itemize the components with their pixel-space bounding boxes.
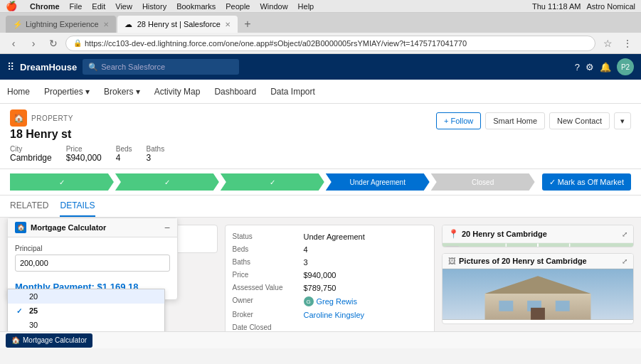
right-panel: 📍 20 Henry st Cambridge ⤢	[442, 225, 634, 324]
tab-title-salesforce: 28 Henry st | Salesforce	[137, 20, 221, 28]
map-svg: Cambridge	[443, 243, 633, 247]
more-actions-button[interactable]: ▾	[614, 112, 631, 129]
menu-bookmarks[interactable]: Bookmarks	[176, 2, 216, 11]
user-name: Astro Nomical	[587, 2, 635, 11]
record-area: 🏠 PROPERTY 18 Henry st City Cambridge Pr…	[0, 104, 641, 331]
follow-button[interactable]: + Follow	[436, 112, 481, 129]
detail-section-right: Status Under Agreement Beds 4 Baths 3 Pr…	[225, 225, 435, 331]
map-controls[interactable]: + −	[445, 246, 460, 247]
detail-tabs: RELATED DETAILS	[0, 196, 641, 218]
progress-bar: ✓ ✓ ✓ Under Agreement Closed ✓ Mark as O…	[0, 169, 641, 196]
menu-history[interactable]: History	[142, 2, 166, 11]
map-pin-icon: 📍	[448, 229, 459, 239]
detail-body: Title Stunning Colonial Status Under Agr…	[0, 218, 641, 331]
nav-data-import[interactable]: Data Import	[270, 80, 315, 103]
dropdown-item-20[interactable]: 20	[8, 289, 164, 304]
map-card-header: 📍 20 Henry st Cambridge ⤢	[443, 225, 633, 243]
menu-view[interactable]: View	[115, 2, 132, 11]
menu-chrome[interactable]: Chrome	[30, 2, 60, 11]
salesforce-app: ⠿ DreamHouse 🔍 Search Salesforce ? ⚙ 🔔 P…	[0, 54, 641, 348]
browser-menu[interactable]: ⋮	[620, 36, 635, 51]
map-expand-button[interactable]: ⤢	[622, 230, 627, 238]
reload-button[interactable]: ↻	[46, 36, 61, 51]
tab-close-lightning[interactable]: ✕	[103, 21, 109, 28]
menu-people[interactable]: People	[226, 2, 250, 11]
tab-related[interactable]: RELATED	[10, 196, 48, 217]
record-header-left: 🏠 PROPERTY 18 Henry st City Cambridge Pr…	[10, 109, 436, 163]
step-2[interactable]: ✓	[115, 173, 219, 191]
field-date-closed: Date Closed	[233, 323, 428, 331]
setup-icon[interactable]: ⚙	[586, 62, 594, 73]
new-contact-button[interactable]: New Contact	[549, 112, 610, 129]
new-tab-button[interactable]: +	[239, 16, 256, 33]
mark-off-market-button[interactable]: ✓ Mark as Off Market	[542, 173, 631, 191]
address-bar[interactable]: 🔒 https://cc103-dev-ed.lightning.force.c…	[65, 36, 595, 51]
widget-header: 🏠 Mortgage Calculator −	[8, 218, 177, 237]
map-body: Cambridge + − Leaflet | Tiles © Esri	[443, 243, 633, 247]
owner-link[interactable]: Greg Rewis	[317, 297, 357, 306]
search-placeholder: Search Salesforce	[101, 63, 165, 71]
record-title: 18 Henry st	[10, 128, 436, 141]
bookmark-star[interactable]: ☆	[600, 36, 615, 51]
owner-avatar: G	[304, 296, 314, 306]
widget-minimize-button[interactable]: −	[164, 223, 170, 232]
help-icon[interactable]: ?	[575, 62, 580, 73]
sf-nav: Home Properties ▾ Brokers ▾ Activity Map…	[0, 80, 641, 104]
meta-city: City Cambridge	[10, 145, 52, 163]
zoom-in-button[interactable]: +	[446, 247, 459, 247]
broker-link[interactable]: Caroline Kingsley	[304, 311, 428, 319]
mac-time: Thu 11:18 AM Astro Nomical	[532, 2, 635, 11]
step-1[interactable]: ✓	[10, 173, 114, 191]
nav-dashboard[interactable]: Dashboard	[214, 80, 256, 103]
back-button[interactable]: ‹	[6, 36, 21, 51]
tab-favicon-salesforce: ☁	[125, 20, 133, 28]
photos-header: 🖼 Pictures of 20 Henry st Cambridge ⤢	[443, 254, 633, 269]
sf-header-icons: ? ⚙ 🔔 P2	[575, 58, 634, 75]
step-3-check: ✓	[270, 178, 275, 186]
widget-title: Mortgage Calculator	[31, 223, 160, 232]
nav-properties[interactable]: Properties ▾	[44, 80, 90, 103]
photos-card: 🖼 Pictures of 20 Henry st Cambridge ⤢	[442, 253, 634, 324]
record-actions: + Follow Smart Home New Contact ▾	[436, 112, 631, 129]
step-1-check: ✓	[59, 178, 65, 186]
nav-home[interactable]: Home	[7, 80, 30, 103]
principal-label: Principal	[15, 245, 170, 252]
bell-icon[interactable]: 🔔	[600, 62, 611, 73]
photos-image	[443, 269, 633, 320]
tab-salesforce[interactable]: ☁ 28 Henry st | Salesforce ✕	[117, 16, 238, 33]
nav-brokers[interactable]: Brokers ▾	[104, 80, 140, 103]
step-closed[interactable]: Closed	[431, 173, 535, 191]
bottom-mortgage-calculator-button[interactable]: 🏠 Mortgage Calculator	[6, 333, 92, 348]
search-icon: 🔍	[88, 63, 98, 72]
principal-input[interactable]	[15, 255, 170, 272]
years-dropdown[interactable]: 20 ✓ 25 30 35 5	[7, 289, 165, 331]
step-under-agreement-label: Under Agreement	[350, 178, 406, 186]
sf-search-bar[interactable]: 🔍 Search Salesforce	[83, 59, 239, 75]
photos-title: Pictures of 20 Henry st Cambridge	[459, 257, 619, 265]
field-price: Price $940,000	[233, 271, 428, 279]
tab-close-salesforce[interactable]: ✕	[225, 21, 231, 28]
tab-lightning[interactable]: ⚡ Lightning Experience ✕	[6, 16, 116, 33]
tab-details[interactable]: DETAILS	[60, 196, 95, 217]
user-avatar[interactable]: P2	[617, 58, 634, 75]
menu-window[interactable]: Window	[260, 2, 287, 11]
smart-home-button[interactable]: Smart Home	[485, 112, 545, 129]
dropdown-item-30[interactable]: 30	[8, 318, 164, 331]
field-assessed-value: Assessed Value $789,750	[233, 284, 428, 292]
photos-expand-button[interactable]: ⤢	[622, 257, 627, 265]
apple-menu[interactable]: 🍎	[6, 1, 17, 11]
grid-icon[interactable]: ⠿	[7, 61, 14, 73]
meta-price: Price $940,000	[66, 145, 102, 163]
menu-edit[interactable]: Edit	[92, 2, 105, 11]
step-under-agreement[interactable]: Under Agreement	[326, 173, 430, 191]
nav-activity-map[interactable]: Activity Map	[154, 80, 201, 103]
step-2-check: ✓	[164, 178, 170, 186]
forward-button[interactable]: ›	[26, 36, 41, 51]
menu-file[interactable]: File	[70, 2, 83, 11]
step-3[interactable]: ✓	[221, 173, 324, 191]
map-card: 📍 20 Henry st Cambridge ⤢	[442, 225, 634, 247]
menu-help[interactable]: Help	[298, 2, 314, 11]
dropdown-item-25[interactable]: ✓ 25	[8, 304, 164, 318]
field-baths: Baths 3	[233, 258, 428, 267]
bottom-bar: 🏠 Mortgage Calculator	[0, 331, 641, 348]
